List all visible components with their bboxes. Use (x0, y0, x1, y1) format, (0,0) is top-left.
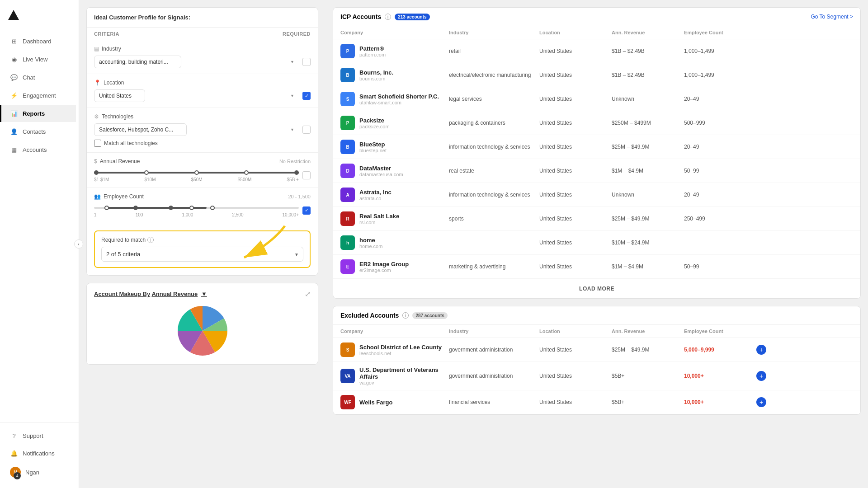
table-row[interactable]: P Packsize packsize.com packaging & cont… (333, 111, 860, 135)
industry-select-row: accounting, building materi... (94, 56, 311, 68)
table-row[interactable]: R Real Salt Lake rsl.com sports United S… (333, 207, 860, 231)
slider-dot[interactable] (194, 170, 199, 175)
load-more-button[interactable]: LOAD MORE (333, 279, 860, 298)
revenue-cell: $1B – $2.49B (612, 72, 684, 78)
table-row[interactable]: B Bourns, Inc. bourns.com electrical/ele… (333, 63, 860, 87)
industry-cell: sports (449, 216, 539, 222)
table-row[interactable]: E ER2 Image Group er2image.com marketing… (333, 255, 860, 279)
add-excluded-button[interactable]: + (756, 345, 766, 355)
technologies-select[interactable]: Salesforce, Hubspot, Zoho C... (94, 123, 187, 136)
industry-cell: information technology & services (449, 144, 539, 150)
employees-cell: 50–99 (684, 263, 756, 270)
company-domain: bourns.com (359, 76, 393, 81)
sidebar-item-label: Chat (23, 74, 35, 81)
revenue-cell: $25M – $49.9M (612, 216, 684, 222)
location-checkbox[interactable] (302, 92, 311, 100)
bar-chart-icon: 📊 (10, 109, 18, 117)
sidebar-item-accounts[interactable]: ▦ Accounts (3, 141, 76, 158)
sidebar-item-label: Contacts (23, 128, 46, 135)
location-cell: United States (539, 239, 612, 246)
industry-label: ▤ Industry (94, 46, 311, 52)
sidebar-item-live-view[interactable]: ◉ Live View (3, 51, 76, 68)
required-match-label: Required to match i (101, 237, 303, 243)
technologies-checkbox[interactable] (302, 126, 311, 134)
location-cell: United States (539, 96, 612, 102)
account-makeup-title: Account Makeup By Annual Revenue ▼ (94, 291, 207, 297)
required-match-info-icon[interactable]: i (147, 237, 154, 243)
table-row[interactable]: B BlueStep bluestep.net information tech… (333, 135, 860, 159)
sidebar-item-dashboard[interactable]: ⊞ Dashboard (3, 33, 76, 50)
company-logo: VA (340, 369, 355, 383)
add-excluded-button[interactable]: + (756, 397, 766, 407)
required-match-select[interactable]: 1 of 5 criteria 2 of 5 criteria 3 of 5 c… (101, 247, 303, 262)
slider-dot[interactable] (244, 170, 249, 175)
match-all-checkbox[interactable] (94, 140, 101, 147)
makeup-dropdown-icon[interactable]: ▼ (201, 291, 207, 297)
table-row[interactable]: h home home.com United States $10M – $24… (333, 231, 860, 255)
table-row[interactable]: WF Wells Fargo financial services United… (333, 390, 860, 414)
industry-cell: retail (449, 48, 539, 54)
table-row[interactable]: A Astrata, Inc astrata.co information te… (333, 183, 860, 207)
company-cell: S Smart Schofield Shorter P.C. utahlaw-s… (340, 92, 449, 106)
location-select[interactable]: United States (94, 89, 145, 102)
company-name: ER2 Image Group (359, 261, 409, 267)
excl-col-industry: Industry (449, 328, 539, 334)
criteria-label: CRITERIA (94, 31, 119, 37)
revenue-icon: $ (94, 158, 97, 164)
location-select-row: United States (94, 89, 311, 102)
sidebar-item-user[interactable]: N Ngan 4 (3, 462, 76, 482)
table-row[interactable]: P Pattern® pattern.com retail United Sta… (333, 39, 860, 63)
employee-slider[interactable]: 11001,0002,50010,000+ (94, 207, 299, 217)
slider-dot[interactable] (169, 206, 173, 210)
sidebar-item-chat[interactable]: 💬 Chat (3, 69, 76, 86)
excluded-accounts-card: Excluded Accounts i 287 accounts Company… (333, 306, 861, 415)
account-makeup-link[interactable]: Annual Revenue (151, 291, 198, 297)
table-row[interactable]: S School District of Lee County leeschoo… (333, 338, 860, 362)
company-cell: S School District of Lee County leeschoo… (340, 343, 449, 357)
right-panel: ICP Accounts i 213 accounts Go To Segmen… (326, 0, 868, 488)
excluded-info-icon[interactable]: i (402, 312, 409, 319)
sidebar-item-engagement[interactable]: ⚡ Engagement (3, 87, 76, 104)
sidebar-item-notifications[interactable]: 🔔 Notifications (3, 445, 76, 462)
revenue-slider[interactable]: $1 $1M$10M$50M$500M$5B + (94, 172, 299, 182)
company-logo: P (340, 116, 355, 130)
table-row[interactable]: D DataMaster datamasterusa.com real esta… (333, 159, 860, 183)
sidebar-item-support[interactable]: ? Support (3, 427, 76, 444)
company-domain: pattern.com (359, 52, 386, 57)
company-name: U.S. Department of Veterans Affairs (359, 366, 449, 380)
sidebar-collapse-button[interactable]: ‹ (74, 239, 83, 249)
slider-dot[interactable] (189, 206, 194, 210)
slider-dot[interactable] (104, 206, 109, 210)
table-row[interactable]: VA U.S. Department of Veterans Affairs v… (333, 362, 860, 390)
slider-dot[interactable] (210, 206, 215, 210)
location-cell: United States (539, 120, 612, 126)
sidebar-item-reports[interactable]: 📊 Reports (0, 105, 76, 122)
industry-select[interactable]: accounting, building materi... (94, 56, 181, 68)
location-cell: United States (539, 144, 612, 150)
icp-info-icon[interactable]: i (385, 14, 391, 20)
company-logo: S (340, 92, 355, 106)
slider-dot[interactable] (133, 206, 138, 210)
slider-dot[interactable] (94, 170, 99, 175)
employees-cell: 1,000–1,499 (684, 48, 756, 54)
table-row[interactable]: S Smart Schofield Shorter P.C. utahlaw-s… (333, 87, 860, 111)
required-match-select-wrapper: 1 of 5 criteria 2 of 5 criteria 3 of 5 c… (101, 247, 303, 262)
add-excluded-button[interactable]: + (756, 371, 766, 381)
company-logo: A (340, 188, 355, 202)
slider-dot[interactable] (144, 170, 149, 175)
sidebar-item-contacts[interactable]: 👤 Contacts (3, 123, 76, 140)
company-name: Astrata, Inc (359, 189, 392, 196)
slider-dot[interactable] (294, 170, 299, 175)
go-to-segment-link[interactable]: Go To Segment > (811, 14, 853, 20)
technologies-label: ⚙ Technologies (94, 113, 311, 120)
industry-checkbox[interactable] (302, 58, 311, 66)
company-logo: B (340, 140, 355, 154)
criteria-location: 📍 Location United States (87, 74, 318, 108)
company-cell: B Bourns, Inc. bourns.com (340, 68, 449, 82)
employee-checkbox[interactable] (302, 206, 311, 215)
revenue-checkbox[interactable] (302, 171, 311, 179)
expand-icon[interactable]: ⤢ (305, 290, 311, 298)
icp-table-body: P Pattern® pattern.com retail United Sta… (333, 39, 860, 279)
criteria-industry: ▤ Industry accounting, building materi..… (87, 40, 318, 74)
account-makeup-header: Account Makeup By Annual Revenue ▼ ⤢ (94, 290, 311, 298)
